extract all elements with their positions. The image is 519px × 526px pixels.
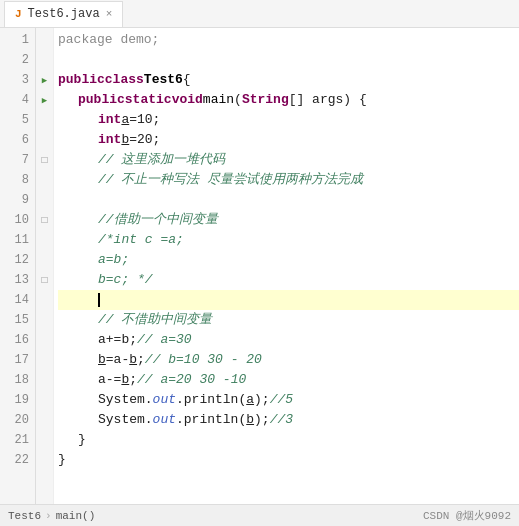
arrow-area: ▶▶□□□	[36, 28, 54, 504]
code-line: a-=b;// a=20 30 -10	[58, 370, 519, 390]
token: // 不止一种写法 尽量尝试使用两种方法完成	[98, 170, 363, 190]
code-line: System.out.println(a);//5	[58, 390, 519, 410]
arrow-row: ▶	[36, 90, 53, 110]
token: int	[98, 110, 121, 130]
line-number: 2	[6, 50, 29, 70]
arrow-row	[36, 130, 53, 150]
code-line: // 不止一种写法 尽量尝试使用两种方法完成	[58, 170, 519, 190]
line-number: 10	[6, 210, 29, 230]
collapse-icon[interactable]: □	[41, 275, 47, 286]
arrow-row: ▶	[36, 70, 53, 90]
token: int	[98, 130, 121, 150]
line-number: 13	[6, 270, 29, 290]
token: );	[254, 390, 270, 410]
token: b	[246, 410, 254, 430]
text-cursor	[98, 293, 100, 307]
expand-arrow-icon[interactable]: ▶	[42, 95, 47, 106]
line-number: 5	[6, 110, 29, 130]
token: {	[183, 70, 191, 90]
token: System.	[98, 390, 153, 410]
arrow-row	[36, 290, 53, 310]
code-line: }	[58, 450, 519, 470]
token: // a=30	[137, 330, 192, 350]
arrow-row	[36, 50, 53, 70]
arrow-row: □	[36, 150, 53, 170]
token: =10;	[129, 110, 160, 130]
arrow-row	[36, 370, 53, 390]
token: a	[246, 390, 254, 410]
token: [] args) {	[289, 90, 367, 110]
arrow-row	[36, 190, 53, 210]
tab-label: Test6.java	[28, 7, 100, 21]
token: public	[78, 90, 125, 110]
token: .println(	[176, 390, 246, 410]
arrow-row	[36, 350, 53, 370]
code-line: public class Test6 {	[58, 70, 519, 90]
code-line: }	[58, 430, 519, 450]
arrow-row	[36, 430, 53, 450]
line-number: 6	[6, 130, 29, 150]
token: // 这里添加一堆代码	[98, 150, 225, 170]
line-number: 18	[6, 370, 29, 390]
token: public	[58, 70, 105, 90]
code-line: package demo;	[58, 30, 519, 50]
line-number: 11	[6, 230, 29, 250]
token: b	[121, 370, 129, 390]
tab-bar: J Test6.java ×	[0, 0, 519, 28]
arrow-row	[36, 170, 53, 190]
arrow-row	[36, 410, 53, 430]
token: );	[254, 410, 270, 430]
token: }	[78, 430, 86, 450]
token: a	[121, 110, 129, 130]
code-line	[58, 50, 519, 70]
token: /*int c =a;	[98, 230, 184, 250]
footer-bar: Test6 › main() CSDN @烟火9092	[0, 504, 519, 526]
line-number: 16	[6, 330, 29, 350]
line-number: 21	[6, 430, 29, 450]
arrow-row	[36, 450, 53, 470]
editor-container: J Test6.java × 1234567891011121314151617…	[0, 0, 519, 526]
tab-close-button[interactable]: ×	[106, 8, 113, 20]
token: b	[121, 130, 129, 150]
code-line: System.out.println(b);//3	[58, 410, 519, 430]
token: void	[172, 90, 203, 110]
code-line: // 不借助中间变量	[58, 310, 519, 330]
line-number: 1	[6, 30, 29, 50]
editor-tab[interactable]: J Test6.java ×	[4, 1, 123, 27]
line-number: 3	[6, 70, 29, 90]
watermark: CSDN @烟火9092	[423, 508, 511, 523]
token: =a-	[106, 350, 129, 370]
code-content[interactable]: package demo;public class Test6 {public …	[54, 28, 519, 504]
code-line: b=c; */	[58, 270, 519, 290]
token: .println(	[176, 410, 246, 430]
code-line: /*int c =a;	[58, 230, 519, 250]
collapse-icon[interactable]: □	[41, 215, 47, 226]
code-line: // 这里添加一堆代码	[58, 150, 519, 170]
collapse-icon[interactable]: □	[41, 155, 47, 166]
line-number: 12	[6, 250, 29, 270]
line-number: 15	[6, 310, 29, 330]
token: }	[58, 450, 66, 470]
arrow-row: □	[36, 270, 53, 290]
arrow-row: □	[36, 210, 53, 230]
token: out	[153, 390, 176, 410]
breadcrumb-item-2: main()	[56, 510, 96, 522]
token: // a=20 30 -10	[137, 370, 246, 390]
line-number: 17	[6, 350, 29, 370]
expand-arrow-icon[interactable]: ▶	[42, 75, 47, 86]
token: (	[234, 90, 242, 110]
breadcrumb: Test6 › main()	[8, 510, 95, 522]
line-number: 7	[6, 150, 29, 170]
token: =20;	[129, 130, 160, 150]
arrow-row	[36, 330, 53, 350]
arrow-row	[36, 250, 53, 270]
code-line	[58, 190, 519, 210]
line-number: 14	[6, 290, 29, 310]
arrow-row	[36, 310, 53, 330]
breadcrumb-separator: ›	[45, 510, 52, 522]
token: // b=10 30 - 20	[145, 350, 262, 370]
arrow-row	[36, 230, 53, 250]
line-number: 4	[6, 90, 29, 110]
token: b=c; */	[98, 270, 153, 290]
code-area: 12345678910111213141516171819202122 ▶▶□□…	[0, 28, 519, 504]
